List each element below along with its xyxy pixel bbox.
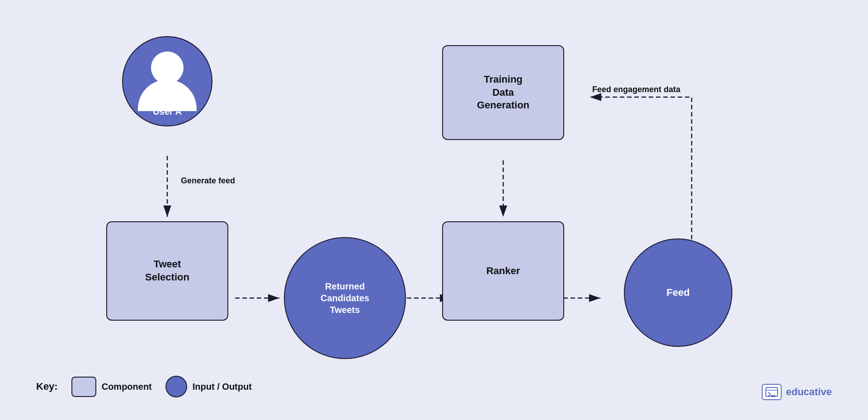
feed-node: Feed — [624, 238, 732, 347]
educative-text: educative — [786, 386, 832, 398]
key-io-label: Input / Output — [193, 382, 252, 392]
educative-logo: educative — [762, 384, 832, 400]
returned-candidates-node: Returned Candidates Tweets — [284, 237, 406, 359]
key-component-icon — [71, 377, 96, 397]
generate-feed-label: Generate feed — [181, 176, 235, 186]
diagram-container: User A Generate feed Tweet Selection Ret… — [0, 0, 868, 420]
key-io-item: Input / Output — [165, 376, 252, 397]
feed-engagement-label: Feed engagement data — [592, 85, 680, 94]
educative-svg-icon — [765, 387, 778, 397]
key-io-icon — [165, 376, 187, 397]
ranker-node: Ranker — [442, 221, 564, 321]
training-data-node: Training Data Generation — [442, 45, 564, 140]
arrow-feed-to-training — [590, 97, 692, 239]
key-component-item: Component — [71, 377, 152, 397]
key-section: Key: Component Input / Output — [36, 376, 252, 397]
educative-icon — [762, 384, 782, 400]
tweet-selection-node: Tweet Selection — [106, 221, 228, 321]
key-label: Key: — [36, 381, 58, 392]
user-a-node: User A — [122, 36, 212, 126]
key-component-label: Component — [102, 382, 152, 392]
